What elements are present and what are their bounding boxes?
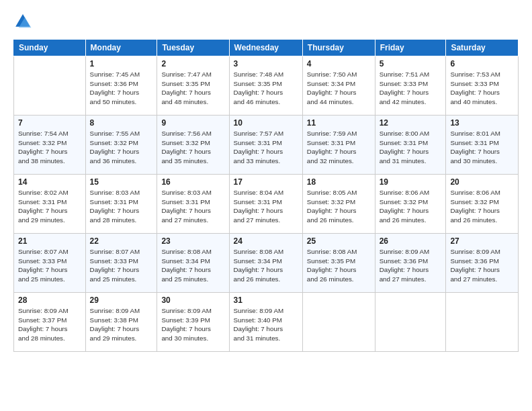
calendar-cell: 26Sunrise: 8:09 AMSunset: 3:36 PMDayligh… <box>375 234 446 293</box>
day-number: 30 <box>161 295 224 305</box>
day-number: 21 <box>18 236 81 246</box>
day-info: Sunrise: 7:45 AMSunset: 3:36 PMDaylight:… <box>90 70 153 107</box>
day-number: 7 <box>18 118 81 128</box>
calendar-week-row: 1Sunrise: 7:45 AMSunset: 3:36 PMDaylight… <box>14 56 519 116</box>
day-info: Sunrise: 8:07 AMSunset: 3:33 PMDaylight:… <box>90 247 153 284</box>
day-info: Sunrise: 8:06 AMSunset: 3:32 PMDaylight:… <box>450 188 514 225</box>
day-info: Sunrise: 7:55 AMSunset: 3:32 PMDaylight:… <box>90 129 153 166</box>
day-number: 5 <box>380 59 442 68</box>
day-info: Sunrise: 7:51 AMSunset: 3:33 PMDaylight:… <box>380 70 442 107</box>
calendar-cell: 18Sunrise: 8:05 AMSunset: 3:32 PMDayligh… <box>302 175 375 234</box>
day-number: 29 <box>90 295 153 305</box>
day-number: 12 <box>380 118 442 128</box>
calendar-week-row: 7Sunrise: 7:54 AMSunset: 3:32 PMDaylight… <box>14 116 519 175</box>
day-info: Sunrise: 7:56 AMSunset: 3:32 PMDaylight:… <box>161 129 224 166</box>
day-info: Sunrise: 8:09 AMSunset: 3:40 PMDaylight:… <box>234 306 298 343</box>
calendar-cell: 21Sunrise: 8:07 AMSunset: 3:33 PMDayligh… <box>14 234 86 293</box>
day-number: 28 <box>18 295 81 305</box>
calendar-cell: 4Sunrise: 7:50 AMSunset: 3:34 PMDaylight… <box>302 56 375 116</box>
calendar-cell: 3Sunrise: 7:48 AMSunset: 3:35 PMDaylight… <box>229 56 302 116</box>
day-info: Sunrise: 8:00 AMSunset: 3:31 PMDaylight:… <box>380 129 442 166</box>
day-number: 27 <box>450 236 514 246</box>
day-number: 31 <box>234 295 298 305</box>
day-info: Sunrise: 8:09 AMSunset: 3:36 PMDaylight:… <box>380 247 442 284</box>
day-info: Sunrise: 7:47 AMSunset: 3:35 PMDaylight:… <box>161 70 224 107</box>
day-number: 8 <box>90 118 153 128</box>
day-number: 24 <box>234 236 298 246</box>
day-info: Sunrise: 8:07 AMSunset: 3:33 PMDaylight:… <box>18 247 81 284</box>
calendar-week-row: 21Sunrise: 8:07 AMSunset: 3:33 PMDayligh… <box>14 234 519 293</box>
calendar-cell: 6Sunrise: 7:53 AMSunset: 3:33 PMDaylight… <box>446 56 519 116</box>
calendar-cell: 20Sunrise: 8:06 AMSunset: 3:32 PMDayligh… <box>446 175 519 234</box>
weekday-header-wednesday: Wednesday <box>229 40 302 56</box>
weekday-header-monday: Monday <box>85 40 157 56</box>
day-info: Sunrise: 8:08 AMSunset: 3:34 PMDaylight:… <box>161 247 224 284</box>
day-number: 4 <box>307 59 371 68</box>
calendar-cell: 17Sunrise: 8:04 AMSunset: 3:31 PMDayligh… <box>229 175 302 234</box>
day-number: 20 <box>450 177 514 187</box>
calendar-cell: 24Sunrise: 8:08 AMSunset: 3:34 PMDayligh… <box>229 234 302 293</box>
day-number: 19 <box>380 177 442 187</box>
day-number: 2 <box>161 59 224 68</box>
day-number: 17 <box>234 177 298 187</box>
day-number: 1 <box>90 59 153 68</box>
day-info: Sunrise: 8:06 AMSunset: 3:32 PMDaylight:… <box>380 188 442 225</box>
day-number: 10 <box>234 118 298 128</box>
weekday-header-thursday: Thursday <box>302 40 375 56</box>
calendar-cell: 31Sunrise: 8:09 AMSunset: 3:40 PMDayligh… <box>229 293 302 352</box>
day-info: Sunrise: 7:53 AMSunset: 3:33 PMDaylight:… <box>450 70 514 107</box>
calendar-cell: 16Sunrise: 8:03 AMSunset: 3:31 PMDayligh… <box>157 175 229 234</box>
weekday-header-row: SundayMondayTuesdayWednesdayThursdayFrid… <box>14 40 519 56</box>
logo-icon <box>13 12 32 31</box>
calendar-cell: 7Sunrise: 7:54 AMSunset: 3:32 PMDaylight… <box>14 116 86 175</box>
calendar-cell: 9Sunrise: 7:56 AMSunset: 3:32 PMDaylight… <box>157 116 229 175</box>
calendar-cell <box>302 293 375 352</box>
day-number: 25 <box>307 236 371 246</box>
day-info: Sunrise: 8:01 AMSunset: 3:31 PMDaylight:… <box>450 129 514 166</box>
calendar-cell: 11Sunrise: 7:59 AMSunset: 3:31 PMDayligh… <box>302 116 375 175</box>
day-info: Sunrise: 7:50 AMSunset: 3:34 PMDaylight:… <box>307 70 371 107</box>
calendar-cell <box>375 293 446 352</box>
calendar-week-row: 14Sunrise: 8:02 AMSunset: 3:31 PMDayligh… <box>14 175 519 234</box>
day-number: 14 <box>18 177 81 187</box>
calendar-cell: 1Sunrise: 7:45 AMSunset: 3:36 PMDaylight… <box>85 56 157 116</box>
page: SundayMondayTuesdayWednesdayThursdayFrid… <box>0 0 532 411</box>
day-info: Sunrise: 8:03 AMSunset: 3:31 PMDaylight:… <box>90 188 153 225</box>
day-info: Sunrise: 7:48 AMSunset: 3:35 PMDaylight:… <box>234 70 298 107</box>
day-number: 15 <box>90 177 153 187</box>
calendar-cell: 22Sunrise: 8:07 AMSunset: 3:33 PMDayligh… <box>85 234 157 293</box>
calendar-cell: 13Sunrise: 8:01 AMSunset: 3:31 PMDayligh… <box>446 116 519 175</box>
day-info: Sunrise: 8:08 AMSunset: 3:34 PMDaylight:… <box>234 247 298 284</box>
calendar-cell: 30Sunrise: 8:09 AMSunset: 3:39 PMDayligh… <box>157 293 229 352</box>
day-info: Sunrise: 8:04 AMSunset: 3:31 PMDaylight:… <box>234 188 298 225</box>
calendar-cell: 19Sunrise: 8:06 AMSunset: 3:32 PMDayligh… <box>375 175 446 234</box>
day-info: Sunrise: 8:03 AMSunset: 3:31 PMDaylight:… <box>161 188 224 225</box>
day-number: 16 <box>161 177 224 187</box>
weekday-header-tuesday: Tuesday <box>157 40 229 56</box>
day-number: 22 <box>90 236 153 246</box>
calendar-cell: 14Sunrise: 8:02 AMSunset: 3:31 PMDayligh… <box>14 175 86 234</box>
day-info: Sunrise: 7:54 AMSunset: 3:32 PMDaylight:… <box>18 129 81 166</box>
logo <box>13 12 35 31</box>
calendar-cell: 28Sunrise: 8:09 AMSunset: 3:37 PMDayligh… <box>14 293 86 352</box>
day-number: 9 <box>161 118 224 128</box>
weekday-header-sunday: Sunday <box>14 40 86 56</box>
day-info: Sunrise: 7:59 AMSunset: 3:31 PMDaylight:… <box>307 129 371 166</box>
calendar-week-row: 28Sunrise: 8:09 AMSunset: 3:37 PMDayligh… <box>14 293 519 352</box>
day-number: 18 <box>307 177 371 187</box>
day-info: Sunrise: 8:05 AMSunset: 3:32 PMDaylight:… <box>307 188 371 225</box>
day-info: Sunrise: 8:09 AMSunset: 3:36 PMDaylight:… <box>450 247 514 284</box>
calendar-cell: 10Sunrise: 7:57 AMSunset: 3:31 PMDayligh… <box>229 116 302 175</box>
calendar-cell <box>14 56 86 116</box>
calendar-cell: 5Sunrise: 7:51 AMSunset: 3:33 PMDaylight… <box>375 56 446 116</box>
weekday-header-saturday: Saturday <box>446 40 519 56</box>
calendar-cell: 15Sunrise: 8:03 AMSunset: 3:31 PMDayligh… <box>85 175 157 234</box>
day-number: 6 <box>450 59 514 68</box>
day-number: 26 <box>380 236 442 246</box>
calendar-cell: 29Sunrise: 8:09 AMSunset: 3:38 PMDayligh… <box>85 293 157 352</box>
day-info: Sunrise: 8:09 AMSunset: 3:38 PMDaylight:… <box>90 306 153 343</box>
header <box>13 12 519 31</box>
day-info: Sunrise: 8:09 AMSunset: 3:37 PMDaylight:… <box>18 306 81 343</box>
weekday-header-friday: Friday <box>375 40 446 56</box>
day-number: 23 <box>161 236 224 246</box>
